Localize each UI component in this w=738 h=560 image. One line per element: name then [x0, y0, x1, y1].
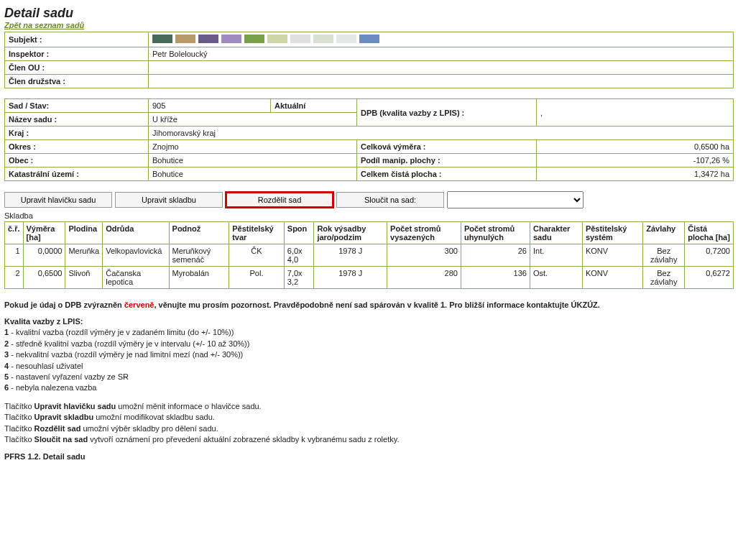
- column-header: Spon: [284, 222, 314, 244]
- column-header: Charakter sadu: [530, 222, 582, 244]
- hints: Tlačítko Upravit hlavičku sadu umožní mě…: [4, 401, 734, 446]
- composition-label: Skladba: [4, 211, 734, 220]
- legend-item: 4 - nesouhlasí uživatel: [4, 361, 734, 372]
- hint-line: Tlačítko Upravit hlavičku sadu umožní mě…: [4, 401, 734, 412]
- hint-line: Tlačítko Rozdělit sad umožní výběr sklad…: [4, 423, 734, 434]
- column-header: Odrůda: [103, 222, 169, 244]
- color-swatch: [244, 35, 264, 43]
- clen-ou-value: [149, 61, 734, 75]
- table-cell: 6,0x 4,0: [284, 244, 314, 267]
- button-bar: Upravit hlavičku sadu Upravit skladbu Ro…: [4, 191, 734, 208]
- clen-druzstva-value: [149, 75, 734, 88]
- page-title: Detail sadu: [4, 6, 734, 21]
- table-row[interactable]: 20,6500SlivoňČačanska lepoticaMyrobalánP…: [5, 267, 734, 289]
- color-swatch: [290, 35, 310, 43]
- manip-value: -107,26 %: [537, 154, 734, 167]
- cista-label: Celkem čistá plocha :: [357, 167, 537, 181]
- caption: PFRS 1.2. Detail sadu: [4, 452, 734, 461]
- table-cell: 0,6272: [685, 267, 734, 289]
- subjekt-label: Subjekt :: [5, 32, 149, 47]
- back-link[interactable]: Zpět na seznam sadů: [4, 21, 84, 29]
- legend-item: 2 - středně kvalitní vazba (rozdíl výměr…: [4, 339, 734, 349]
- edit-header-button[interactable]: Upravit hlavičku sadu: [4, 192, 112, 208]
- okres-value: Znojmo: [149, 140, 357, 154]
- clen-druzstva-label: Člen družstva :: [5, 75, 149, 88]
- legend: Kvalita vazby z LPIS: 1 - kvalitní vazba…: [4, 316, 734, 394]
- dpb-label: DPB (kvalita vazby z LPIS) :: [357, 99, 537, 127]
- color-swatch: [267, 35, 287, 43]
- table-cell: KONV: [582, 267, 642, 289]
- dpb-value: ,: [537, 99, 734, 127]
- table-cell: Pol.: [229, 267, 285, 289]
- table-cell: KONV: [582, 244, 642, 267]
- color-swatch: [313, 35, 333, 43]
- table-cell: 0,6500: [23, 267, 65, 289]
- column-header: Pěstitelský tvar: [229, 222, 285, 244]
- column-header: Závlahy: [643, 222, 685, 244]
- kat-value: Bohutice: [149, 167, 357, 181]
- table-cell: Velkopavlovická: [103, 244, 169, 267]
- column-header: Rok výsadby jaro/podzim: [314, 222, 387, 244]
- table-cell: 300: [387, 244, 461, 267]
- table-cell: Meruňkový semenáč: [169, 244, 229, 267]
- color-swatch: [175, 35, 195, 43]
- legend-item: 3 - nekvalitní vazba (rozdíl výměry je n…: [4, 349, 734, 360]
- inspektor-label: Inspektor :: [5, 47, 149, 61]
- kraj-value: Jihomoravský kraj: [149, 127, 734, 140]
- legend-item: 6 - nebyla nalezena vazba: [4, 382, 734, 393]
- table-cell: 2: [5, 267, 24, 289]
- split-button[interactable]: Rozdělit sad: [226, 192, 333, 208]
- table-cell: Myrobalán: [169, 267, 229, 289]
- merge-select[interactable]: [447, 191, 584, 208]
- color-swatch: [359, 35, 379, 43]
- color-swatch: [198, 35, 218, 43]
- table-cell: Int.: [530, 244, 582, 267]
- table-cell: 1978 J: [314, 267, 387, 289]
- column-header: Počet stromů vysazených: [387, 222, 461, 244]
- obec-value: Bohutice: [149, 154, 357, 167]
- sad-stav-extra: Aktuální: [271, 99, 357, 113]
- table-cell: 1: [5, 244, 24, 267]
- kat-label: Katastrální území :: [5, 167, 149, 181]
- table-cell: Bez závlahy: [643, 267, 685, 289]
- cista-value: 1,3472 ha: [537, 167, 734, 181]
- kraj-label: Kraj :: [5, 127, 149, 140]
- table-cell: ČK: [229, 244, 285, 267]
- subject-table: Subjekt : Inspektor : Petr Boleloucký Čl…: [4, 32, 734, 88]
- nazev-value: U kříže: [149, 113, 357, 127]
- clen-ou-label: Člen OU :: [5, 61, 149, 75]
- obec-label: Obec :: [5, 154, 149, 167]
- color-swatch: [152, 35, 172, 43]
- composition-table: č.ř.Výměra [ha]PlodinaOdrůdaPodnožPěstit…: [4, 221, 734, 289]
- table-cell: Bez závlahy: [643, 244, 685, 267]
- column-header: č.ř.: [5, 222, 24, 244]
- legend-item: 1 - kvalitní vazba (rozdíl výměry je v z…: [4, 327, 734, 338]
- edit-composition-button[interactable]: Upravit skladbu: [115, 192, 223, 208]
- column-header: Plodina: [65, 222, 103, 244]
- table-row[interactable]: 10,0000MeruňkaVelkopavlovickáMeruňkový s…: [5, 244, 734, 267]
- color-swatch: [221, 35, 241, 43]
- hint-line: Tlačítko Sloučit na sad vytvoří oznámení…: [4, 434, 734, 445]
- column-header: Počet stromů uhynulých: [461, 222, 530, 244]
- table-cell: 7,0x 3,2: [284, 267, 314, 289]
- sad-stav-label: Sad / Stav:: [5, 99, 149, 113]
- table-cell: Meruňka: [65, 244, 103, 267]
- column-header: Pěstitelský systém: [582, 222, 642, 244]
- table-cell: Ost.: [530, 267, 582, 289]
- column-header: Čistá plocha [ha]: [685, 222, 734, 244]
- table-cell: Čačanska lepotica: [103, 267, 169, 289]
- inspektor-value: Petr Boleloucký: [149, 47, 734, 61]
- column-header: Výměra [ha]: [23, 222, 65, 244]
- table-cell: 26: [461, 244, 530, 267]
- okres-label: Okres :: [5, 140, 149, 154]
- dpb-note: Pokud je údaj o DPB zvýrazněn červeně, v…: [4, 300, 734, 309]
- table-cell: 280: [387, 267, 461, 289]
- hint-line: Tlačítko Upravit skladbu umožní modifiko…: [4, 412, 734, 423]
- table-cell: Slivoň: [65, 267, 103, 289]
- detail-table: Sad / Stav: 905 Aktuální DPB (kvalita va…: [4, 98, 734, 181]
- column-header: Podnož: [169, 222, 229, 244]
- nazev-label: Název sadu :: [5, 113, 149, 127]
- merge-button[interactable]: Sloučit na sad:: [336, 192, 444, 208]
- color-swatch: [336, 35, 356, 43]
- table-cell: 136: [461, 267, 530, 289]
